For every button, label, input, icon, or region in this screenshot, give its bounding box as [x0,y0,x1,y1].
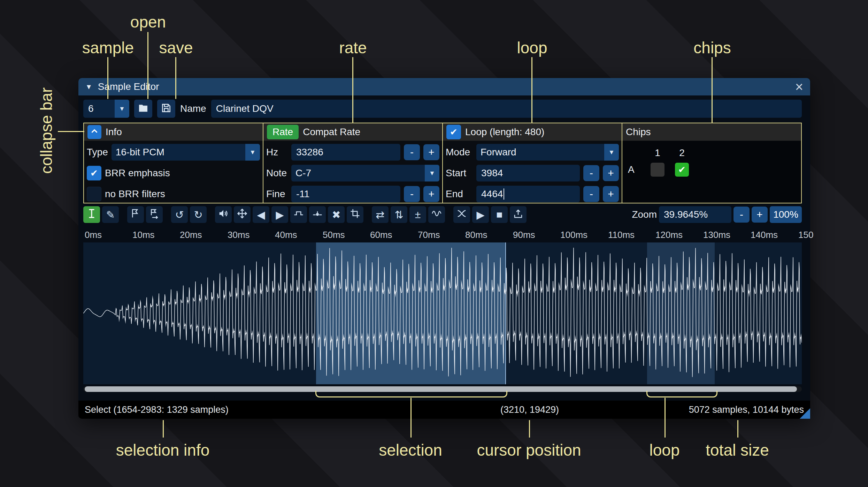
no-brr-filters-label: no BRR filters [105,188,165,200]
reverse-button[interactable]: ⇄ [372,206,389,223]
no-brr-filters-checkbox[interactable] [87,187,101,201]
resize-button[interactable] [127,206,144,223]
note-label: Note [266,168,288,179]
undo-button[interactable]: ↺ [171,206,188,223]
sample-number-select[interactable]: 6 ▼ [83,100,129,118]
chip-a2-checkbox[interactable]: ✔ [675,163,689,177]
open-button[interactable] [134,100,152,118]
status-bar: Select (1654-2983: 1329 samples) (3210, … [78,401,810,419]
save-button[interactable] [157,100,175,118]
play-icon: ▶ [476,209,484,221]
loop-mode-dropdown[interactable]: Forward ▼ [476,144,619,161]
insert-silence-button[interactable] [290,206,307,223]
note-dropdown[interactable]: C-7 ▼ [291,165,439,181]
loop-title: Loop (length: 480) [465,126,544,138]
toolbar: ✎ ↺ ↻ ◀ ▶ [78,203,810,226]
loop-end-minus-button[interactable]: - [583,186,599,202]
fade-out-icon: ▶ [276,209,284,221]
zoom-reset-button[interactable]: 100% [770,206,802,223]
preview-button[interactable]: ▶ [472,206,489,223]
hz-plus-button[interactable]: + [423,144,439,160]
select-tool-button[interactable] [83,206,100,223]
trim-button[interactable] [347,206,363,223]
ruler-label: 80ms [465,230,487,240]
sample-editor-window: ▼ Sample Editor × 6 ▼ Name [78,78,810,419]
annotation-line-loop-bottom [665,398,666,438]
loop-end-input[interactable]: 4464 [476,186,580,202]
chip-a1-checkbox[interactable] [651,163,665,177]
ruler-label: 40ms [275,230,297,240]
annotation-line-save [175,57,176,99]
chip-column-2-label: 2 [679,147,685,159]
check-icon: ✔ [678,164,686,175]
annotation-line-selection-info [163,420,164,438]
name-input[interactable] [211,100,802,118]
info-box: Info Type 16-bit PCM ▼ ✔ BRR emphasis [83,123,263,203]
folder-icon [138,102,149,115]
annotation-total-size: total size [706,441,769,459]
resample-button[interactable] [146,206,163,223]
loop-start-label: Start [446,168,473,179]
text-caret [504,188,504,200]
fine-minus-button[interactable]: - [404,186,420,202]
amplify-button[interactable] [215,206,232,223]
chip-column-1-label: 1 [655,147,660,159]
type-value: 16-bit PCM [112,147,245,158]
loop-start-plus-button[interactable]: + [603,165,619,181]
selection-info-text: Select (1654-2983: 1329 samples) [85,404,229,415]
reverse-icon: ⇄ [376,209,384,221]
ruler-label: 120ms [655,230,683,240]
brr-emphasis-checkbox[interactable]: ✔ [87,166,101,180]
zoom-input[interactable] [659,206,731,223]
draw-tool-button[interactable]: ✎ [102,206,119,223]
delete-button[interactable]: ✖ [328,206,345,223]
loop-start-input[interactable] [476,165,580,181]
invert-button[interactable]: ⇅ [391,206,407,223]
loop-checkbox[interactable]: ✔ [446,125,461,139]
filter-button[interactable] [428,206,445,223]
annotation-line-sample [107,57,108,99]
create-wavetable-button[interactable] [510,206,527,223]
chevron-down-icon[interactable]: ▼ [115,100,129,118]
invert-icon: ⇅ [394,209,403,221]
loop-end-plus-button[interactable]: + [603,186,619,202]
window-collapse-icon[interactable]: ▼ [85,83,92,91]
fine-plus-button[interactable]: + [423,186,439,202]
crossfade-button[interactable] [453,206,470,223]
normalize-button[interactable] [234,206,251,223]
resize-grip[interactable] [800,408,810,419]
fine-input[interactable] [291,186,400,202]
sign-button[interactable]: ± [409,206,426,223]
ruler-label: 10ms [132,230,155,240]
fade-in-icon: ◀ [257,209,265,221]
resample-flag-icon [149,208,160,221]
waveform-canvas[interactable] [83,242,802,384]
resize-flag-icon [130,208,141,221]
annotation-loop-bottom: loop [650,441,680,459]
plus-minus-icon: ± [415,209,421,221]
zoom-in-button[interactable]: + [752,207,768,223]
type-dropdown[interactable]: 16-bit PCM ▼ [112,144,260,161]
fine-label: Fine [266,188,288,200]
redo-button[interactable]: ↻ [190,206,207,223]
ruler-label: 50ms [323,230,345,240]
close-icon[interactable]: × [795,80,803,94]
loop-start-minus-button[interactable]: - [583,165,599,181]
stop-preview-button[interactable]: ■ [491,206,508,223]
waveform-view[interactable] [83,242,802,384]
chips-box: Chips 1 2 A ✔ [622,123,802,203]
rate-button[interactable]: Rate [267,125,299,139]
titlebar[interactable]: ▼ Sample Editor × [78,78,810,95]
hz-input[interactable] [291,144,400,161]
chips-header: Chips [622,123,801,141]
collapse-bar-button[interactable] [87,125,101,139]
undo-icon: ↺ [175,209,184,221]
hz-minus-button[interactable]: - [404,144,420,160]
zoom-out-button[interactable]: - [733,207,750,223]
check-icon: ✔ [90,168,98,179]
annotation-line-chips [712,57,713,123]
fade-out-button[interactable]: ▶ [271,206,288,223]
fade-in-button[interactable]: ◀ [253,206,269,223]
apply-silence-button[interactable] [309,206,326,223]
info-header: Info [84,123,263,141]
